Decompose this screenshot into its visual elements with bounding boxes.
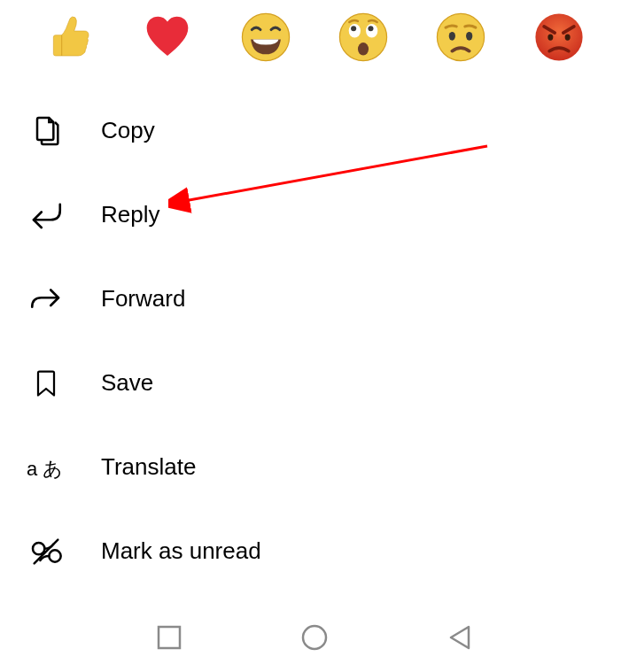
bookmark-icon	[27, 364, 66, 403]
menu-label: Forward	[101, 285, 185, 313]
nav-back-button[interactable]	[445, 622, 475, 653]
svg-point-7	[438, 13, 485, 60]
svg-point-15	[33, 543, 44, 554]
menu-item-translate[interactable]: a あ Translate	[27, 425, 629, 509]
svg-point-6	[358, 42, 369, 56]
svg-point-8	[449, 32, 455, 41]
menu-label: Mark as unread	[101, 537, 261, 565]
sad-icon	[435, 12, 486, 63]
context-menu: Copy Reply Forward Save	[0, 76, 629, 593]
svg-point-12	[564, 34, 570, 40]
reaction-laughing[interactable]	[238, 9, 293, 66]
mark-unread-icon	[27, 532, 66, 571]
copy-icon	[27, 112, 66, 151]
reactions-row	[0, 0, 629, 76]
triangle-back-icon	[447, 624, 473, 651]
reply-icon	[27, 196, 66, 235]
menu-item-save[interactable]: Save	[27, 341, 629, 425]
reaction-astonished[interactable]	[336, 9, 391, 66]
svg-point-11	[547, 34, 553, 40]
translate-icon: a あ	[27, 448, 66, 487]
svg-point-16	[49, 550, 60, 561]
svg-rect-20	[159, 627, 180, 648]
svg-point-5	[369, 26, 374, 31]
angry-icon	[533, 12, 585, 63]
heart-icon	[143, 12, 192, 62]
square-icon	[157, 625, 182, 650]
laughing-icon	[240, 12, 291, 63]
menu-item-forward[interactable]: Forward	[27, 257, 629, 341]
svg-text:あ: あ	[43, 457, 63, 479]
svg-point-10	[535, 13, 582, 60]
nav-recent-button[interactable]	[154, 622, 184, 653]
reaction-thumbs-up[interactable]	[43, 9, 97, 66]
menu-item-mark-unread[interactable]: Mark as unread	[27, 509, 629, 593]
menu-label: Save	[101, 369, 153, 397]
reaction-heart[interactable]	[140, 9, 195, 66]
circle-icon	[300, 623, 329, 652]
menu-item-copy[interactable]: Copy	[27, 89, 629, 173]
reaction-sad[interactable]	[433, 9, 488, 66]
svg-point-9	[467, 32, 473, 41]
menu-label: Translate	[101, 453, 196, 481]
menu-label: Copy	[101, 117, 155, 144]
menu-item-reply[interactable]: Reply	[27, 173, 629, 257]
reaction-angry[interactable]	[532, 9, 586, 66]
svg-point-4	[351, 26, 356, 31]
svg-text:a: a	[27, 457, 38, 479]
nav-home-button[interactable]	[299, 622, 330, 653]
thumbs-up-icon	[45, 12, 95, 62]
astonished-icon	[338, 12, 389, 63]
android-nav-bar	[0, 603, 629, 672]
forward-icon	[27, 280, 66, 319]
menu-label: Reply	[101, 201, 159, 228]
svg-point-21	[303, 626, 326, 649]
